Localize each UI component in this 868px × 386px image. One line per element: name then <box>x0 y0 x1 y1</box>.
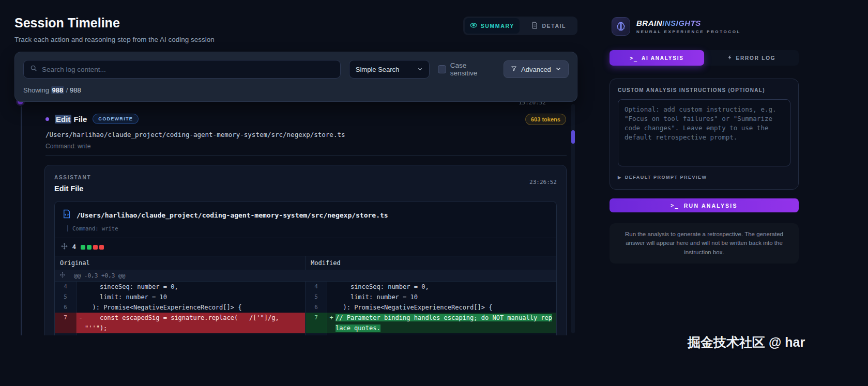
card-header: ASSISTANT 23:26:52 Edit File <box>45 165 566 201</box>
diff-sign <box>327 333 336 335</box>
code-line: const rows = await this.dbAll( <box>336 333 556 335</box>
code-line: limit: number = 10 <box>336 292 556 302</box>
diff-row-original: 4 sinceSeq: number = 0, <box>55 282 306 292</box>
sidebar-tabs: >_ AI ANALYSIS ERROR LOG <box>610 50 799 66</box>
search-input[interactable] <box>42 66 334 73</box>
line-number: 6 <box>55 302 77 313</box>
brain-icon <box>612 17 630 36</box>
diff-sign <box>327 302 336 313</box>
terminal-prompt-icon: >_ <box>671 203 679 208</box>
diff-stat-squares <box>81 245 104 250</box>
assistant-message-card: ASSISTANT 23:26:52 Edit File /Users/harl… <box>44 165 567 335</box>
entry-title-rest: File <box>71 115 87 123</box>
move-handle-icon[interactable] <box>59 272 66 280</box>
timeline-entry-header[interactable]: Edit File CODEWRITE <box>45 114 139 124</box>
deleted-code-line: const escapedSig = signature.replace( /[… <box>85 313 305 333</box>
advanced-label: Advanced <box>521 66 551 73</box>
document-icon <box>531 22 538 30</box>
brand-text: BRAININSIGHTS NEURAL EXPERIENCE PROTOCOL <box>636 19 741 34</box>
line-number: 4 <box>55 282 77 292</box>
line-number: 8 <box>306 333 327 335</box>
diff-row-original: 8 const rows = await this.dbAll( <box>55 333 306 335</box>
brand-name-b: INSIGHTS <box>662 19 701 27</box>
diff-row-deletion: 7 - const escapedSig = signature.replace… <box>55 313 306 333</box>
code-line: limit: number = 10 <box>85 292 305 302</box>
instructions-textarea[interactable] <box>618 99 790 166</box>
timeline-viewport: 15:20:52 ^ Edit File CODEWRITE 603 token… <box>0 102 577 335</box>
case-sensitive-option[interactable]: Case sensitive <box>438 61 495 77</box>
analysis-info-text: Run the analysis to generate a retrospec… <box>623 230 785 257</box>
custom-instructions-panel: CUSTOM ANALYSIS INSTRUCTIONS (OPTIONAL) … <box>610 79 799 190</box>
scrollbar-thumb[interactable] <box>571 130 575 144</box>
tab-detail[interactable]: DETAIL <box>522 18 576 34</box>
advanced-filter-button[interactable]: Advanced <box>504 60 569 78</box>
tab-error-log[interactable]: ERROR LOG <box>704 50 799 66</box>
line-number: 5 <box>55 292 77 302</box>
diff-row-modified: 4 sinceSeq: number = 0, <box>306 282 556 292</box>
file-row: /Users/harlihao/claude_project/coding-ag… <box>55 202 556 224</box>
tab-summary[interactable]: SUMMARY <box>465 18 520 34</box>
role-label: ASSISTANT <box>54 175 557 180</box>
line-number: 4 <box>306 282 327 292</box>
diff-sign <box>327 282 336 292</box>
code-line: ): Promise<NegativeExperienceRecord[]> { <box>336 302 556 313</box>
code-line: sinceSeq: number = 0, <box>85 282 305 292</box>
tab-ai-analysis[interactable]: >_ AI ANALYSIS <box>610 50 704 66</box>
code-line: const rows = await this.dbAll( <box>85 333 305 335</box>
line-number: 7 <box>55 313 77 333</box>
insights-sidebar: BRAININSIGHTS NEURAL EXPERIENCE PROTOCOL… <box>610 0 799 386</box>
original-label: Original <box>55 256 306 270</box>
diff-sign <box>77 292 85 302</box>
collapsed-entry-header[interactable]: 15:20:52 ^ <box>519 102 554 106</box>
diff-stat-square <box>99 245 104 250</box>
terminal-prompt-icon: >_ <box>630 55 638 61</box>
diff-stat-square <box>81 245 85 250</box>
entry-title: Edit File <box>55 115 87 123</box>
move-handle-icon[interactable] <box>61 242 68 252</box>
timeline-scrollbar[interactable] <box>571 104 575 333</box>
page-title: Session Timeline <box>14 16 120 30</box>
divider <box>45 155 567 156</box>
prompt-preview-label: DEFAULT PROMPT PREVIEW <box>625 175 707 180</box>
instructions-heading: CUSTOM ANALYSIS INSTRUCTIONS (OPTIONAL) <box>618 87 790 93</box>
shown-count: 988 <box>51 86 65 94</box>
search-row: Simple Search Case sensitive Advanced <box>23 60 569 79</box>
change-count: 4 <box>72 243 76 251</box>
code-line: ): Promise<NegativeExperienceRecord[]> { <box>85 302 305 313</box>
default-prompt-preview-toggle[interactable]: ▶ DEFAULT PROMPT PREVIEW <box>618 175 790 180</box>
search-mode-select[interactable]: Simple Search <box>349 60 430 79</box>
case-sensitive-checkbox[interactable] <box>438 65 446 73</box>
analysis-info-box: Run the analysis to generate a retrospec… <box>610 223 799 264</box>
deletion-sign: - <box>77 313 85 333</box>
chevron-down-icon <box>417 66 423 73</box>
card-timestamp: 23:26:52 <box>529 179 557 186</box>
search-box <box>23 60 341 79</box>
brand-block: BRAININSIGHTS NEURAL EXPERIENCE PROTOCOL <box>612 17 741 36</box>
diff-sign <box>77 302 85 313</box>
modified-label: Modified <box>306 256 556 270</box>
diff-sign <box>77 282 85 292</box>
diff-row-original: 5 limit: number = 10 <box>55 292 306 302</box>
line-number: 7 <box>306 313 327 333</box>
collapsed-timestamp: 15:20:52 <box>519 102 546 106</box>
hunk-header-row: @@ -0,3 +0,3 @@ <box>55 270 556 282</box>
added-code-line: // Parameter binding handles escaping; d… <box>336 313 556 333</box>
diff-file-path: /Users/harlihao/claude_project/coding-ag… <box>77 211 388 219</box>
run-analysis-button[interactable]: >_ RUN ANALYSIS <box>610 198 799 212</box>
added-code-highlight: // Parameter binding handles escaping; d… <box>336 314 552 332</box>
diff-code-block: /Users/harlihao/claude_project/coding-ag… <box>54 201 557 335</box>
entry-file-path: /Users/harlihao/claude_project/coding-ag… <box>45 131 345 138</box>
tab-error-log-label: ERROR LOG <box>736 55 776 61</box>
diff-row-original: 6 ): Promise<NegativeExperienceRecord[]>… <box>55 302 306 313</box>
diff-sign <box>327 292 336 302</box>
chevron-down-icon <box>555 66 561 73</box>
line-number: 8 <box>55 333 77 335</box>
filter-funnel-icon <box>511 66 517 73</box>
diff-row-modified: 8 const rows = await this.dbAll( <box>306 333 556 335</box>
chevron-up-icon[interactable]: ^ <box>550 102 554 106</box>
diff-stat-square <box>93 245 98 250</box>
brand-name: BRAININSIGHTS <box>636 19 741 27</box>
hunk-header: @@ -0,3 +0,3 @@ <box>74 272 125 279</box>
diff-command: Command: write <box>67 225 556 231</box>
entry-bullet-icon <box>45 117 49 121</box>
